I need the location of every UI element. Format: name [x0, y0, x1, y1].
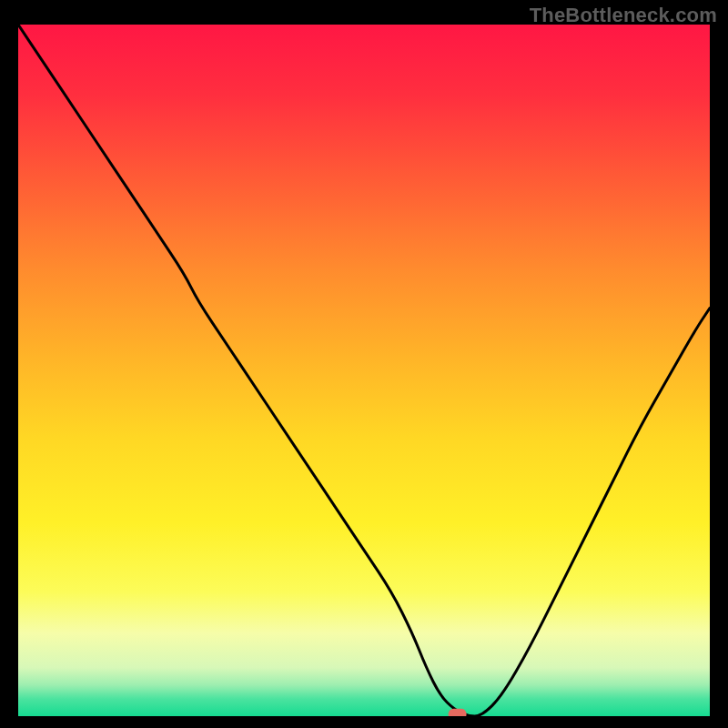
chart-frame: TheBottleneck.com [0, 0, 728, 728]
optimal-marker [449, 709, 467, 716]
plot-area [18, 25, 710, 716]
watermark-text: TheBottleneck.com [530, 4, 717, 27]
heatmap-background [18, 25, 710, 716]
chart-svg [18, 25, 710, 716]
